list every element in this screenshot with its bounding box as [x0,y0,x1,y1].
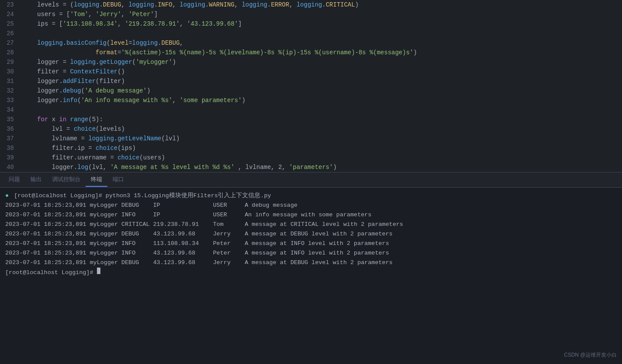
param-name-token: format [96,49,117,56]
line-content: for x in range(5): [21,115,622,124]
plain-token: , lvlname, 2, [234,164,289,171]
line-content: filter.ip = choice(ips) [21,143,622,153]
code-line: 33 logger.info('An info message with %s'… [0,96,622,105]
line-number: 29 [0,57,21,67]
terminal-prompt-line: ● [root@localhost Logging]# python3 15.L… [5,191,617,201]
line-content: lvl = choice(levels) [21,124,622,134]
fn-token: range [70,116,88,123]
code-editor: 23 levels = (logging.DEBUG, logging.INFO… [0,0,622,172]
line-content: filter = ContextFilter() [21,67,622,76]
plain-token: , [180,40,183,46]
terminal-tab-终端[interactable]: 终端 [86,173,107,187]
terminal-tab-问题[interactable]: 问题 [3,173,25,187]
fn-token: choice [74,126,96,132]
code-line: 25 ips = ['113.108.98.34', '219.238.78.9… [0,19,622,29]
line-number: 35 [0,115,21,124]
plain-token: ) [413,49,417,56]
line-content: logger.debug('A debug message') [21,86,622,96]
plain-token: ) [333,164,336,171]
str-token: '%(asctime)-15s %(name)-5s %(levelname)-… [121,49,413,56]
attr-token: DEBUG [103,1,121,8]
plain-token: , [234,1,242,8]
end-prompt-text: [root@localhost Logging]# [5,268,97,278]
plain-token: , [180,20,187,27]
line-content: logger = logging.getLogger('myLogger') [21,57,622,67]
plain-token: logger. [23,164,77,171]
plain-token: logger = [23,59,70,66]
str-token: 'myLogger' [136,59,172,66]
param-name-token: level [110,40,129,46]
code-line: 23 levels = (logging.DEBUG, logging.INFO… [0,0,622,10]
log-line: 2023-07-01 18:25:23,891 myLogger INFO 43… [5,248,617,258]
attr-token: DEBUG [161,40,180,46]
fn-token: getLogger [99,59,132,66]
code-line: 32 logger.debug('A debug message') [0,86,622,96]
terminal-tabs: 问题输出调试控制台终端端口 [0,172,622,188]
line-content: levels = (logging.DEBUG, logging.INFO, l… [21,0,622,10]
command-text: [root@localhost Logging]# python3 15.Log… [14,191,271,201]
fn-token: addFilter [63,78,96,85]
code-line: 24 users = ['Tom', 'Jerry', 'Peter'] [0,10,622,19]
prompt-dot: ● [5,191,12,201]
line-number: 32 [0,86,21,96]
str-token: 'Jerry' [96,11,121,18]
plain-token: users = [ [23,11,70,18]
line-number: 27 [0,38,21,48]
kw-token: in [59,116,67,123]
plain-token: filter.username = [23,154,117,161]
fn-token: choice [117,154,139,161]
code-line: 38 filter.ip = choice(ips) [0,143,622,153]
str-token: 'parameters' [289,164,333,171]
terminal-tab-端口[interactable]: 端口 [107,173,129,187]
code-line: 40 logger.log(lvl, 'A message at %s leve… [0,162,622,172]
line-number: 39 [0,153,21,162]
fn-token: choice [96,145,117,152]
plain-token: ) [172,59,176,66]
terminal-tab-调试控制台[interactable]: 调试控制台 [47,173,86,187]
line-content: logger.info('An info message with %s', '… [21,96,622,105]
module-name-token: logging [129,1,154,8]
code-line: 26 [0,29,622,38]
line-content: logger.addFilter(filter) [21,76,622,86]
plain-token: ) [242,97,245,104]
terminal-tab-输出[interactable]: 输出 [25,173,47,187]
plain-token [67,116,70,123]
log-line: 2023-07-01 18:25:23,891 myLogger DEBUG 4… [5,229,617,239]
plain-token: (lvl, [88,164,110,171]
plain-token [23,49,96,56]
line-number: 36 [0,124,21,134]
line-content: ips = ['113.108.98.34', '219.238.78.91',… [21,19,622,29]
module-name-token: logging [296,1,322,8]
code-line: 28 format='%(asctime)-15s %(name)-5s %(l… [0,48,622,57]
line-number: 23 [0,0,21,10]
plain-token: (levels) [96,126,125,132]
code-line: 39 filter.username = choice(users) [0,153,622,162]
line-number: 26 [0,29,21,38]
attr-token: ERROR [271,1,289,8]
plain-token: . [99,1,103,8]
fn-token: getLevelName [117,135,161,142]
fn-token: basicConfig [67,40,106,46]
plain-token: , [289,1,296,8]
plain-token: = [117,49,121,56]
terminal-panel: 问题输出调试控制台终端端口 ● [root@localhost Logging]… [0,172,622,364]
line-number: 28 [0,48,21,57]
module-name-token: logging [70,59,96,66]
plain-token: , [121,11,129,18]
code-line: 37 lvlname = logging.getLevelName(lvl) [0,134,622,143]
code-line: 34 [0,105,622,115]
plain-token: levels = ( [23,1,74,8]
plain-token: , [172,97,180,104]
plain-token: (lvl) [161,135,180,142]
plain-token: = [129,40,132,46]
line-number: 38 [0,143,21,153]
str-token: '113.108.98.34' [63,20,117,27]
line-number: 25 [0,19,21,29]
plain-token: ] [238,20,242,27]
plain-token: (users) [140,154,165,161]
fn-token: ContextFilter [70,68,117,75]
line-number: 31 [0,76,21,86]
plain-token: , [117,20,125,27]
plain-token: ) [355,1,359,8]
terminal-end-prompt: [root@localhost Logging]# [5,268,617,278]
